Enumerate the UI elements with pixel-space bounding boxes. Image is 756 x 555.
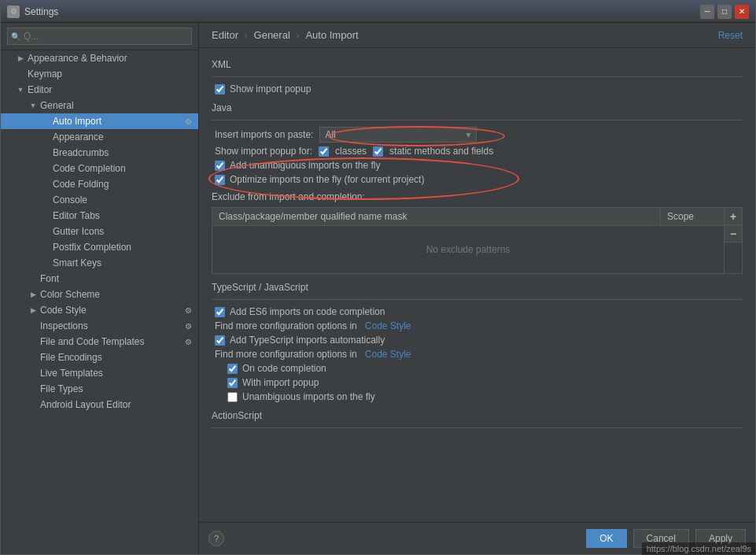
sidebar-item-code-completion[interactable]: Code Completion [1, 161, 198, 176]
panel-content: XML Show import popup Java Insert import… [199, 48, 755, 522]
optimize-imports-checkbox[interactable] [215, 175, 225, 185]
sidebar-item-keymap[interactable]: Keymap [1, 66, 198, 82]
breadcrumb-sep2: › [296, 29, 302, 41]
sidebar-item-file-types[interactable]: File Types [1, 381, 198, 397]
sidebar-item-label: File and Code Templates [40, 336, 145, 347]
sidebar-item-editor-tabs[interactable]: Editor Tabs [1, 208, 198, 224]
add-unambiguous-checkbox[interactable] [215, 161, 225, 171]
code-style-link-2[interactable]: Code Style [365, 349, 411, 360]
arrow-icon: ▼ [17, 86, 24, 94]
on-code-completion-label[interactable]: On code completion [242, 363, 326, 374]
sidebar-item-general[interactable]: ▼ General [1, 98, 198, 113]
sidebar-item-file-code-templates[interactable]: File and Code Templates ⚙ [1, 334, 198, 350]
sidebar-item-auto-import[interactable]: Auto Import ⚙ [1, 113, 198, 129]
settings-icon: ⚙ [185, 322, 192, 331]
classes-checkbox[interactable] [319, 146, 329, 157]
sidebar-item-inspections[interactable]: Inspections ⚙ [1, 318, 198, 334]
add-es6-label[interactable]: Add ES6 imports on code completion [230, 306, 385, 317]
arrow-icon: ▶ [29, 290, 37, 298]
xml-divider [212, 76, 743, 77]
sidebar-item-label: Code Folding [53, 179, 109, 190]
window-title: Settings [24, 6, 700, 17]
unambiguous-imports-label[interactable]: Unambiguous imports on the fly [242, 391, 375, 402]
search-input[interactable] [7, 28, 192, 45]
sidebar-item-live-templates[interactable]: Live Templates [1, 365, 198, 381]
insert-imports-select-wrapper: All Ask None ▼ [319, 127, 477, 142]
show-import-popup-label[interactable]: Show import popup [230, 83, 311, 94]
arrow-icon: ▶ [29, 306, 37, 314]
sidebar-item-label: Console [53, 194, 87, 205]
sidebar-item-label: Appearance [53, 131, 104, 142]
settings-icon: ⚙ [185, 117, 192, 126]
maximize-button[interactable]: □ [717, 5, 732, 19]
add-typescript-checkbox[interactable] [215, 335, 225, 346]
insert-imports-label: Insert imports on paste: [215, 129, 313, 140]
typescript-section-label: TypeScript / JavaScript [212, 282, 743, 293]
add-es6-checkbox[interactable] [215, 307, 225, 317]
breadcrumb-general: General [254, 29, 290, 41]
breadcrumb-auto-import: Auto Import [305, 29, 358, 41]
sidebar-item-postfix-completion[interactable]: Postfix Completion [1, 239, 198, 255]
show-import-popup-for-row: Show import popup for: classes static me… [212, 146, 743, 157]
insert-imports-select[interactable]: All Ask None [319, 127, 477, 142]
minimize-button[interactable]: ─ [700, 5, 714, 19]
show-import-popup-row: Show import popup [212, 83, 743, 94]
title-bar: ⚙ Settings ─ □ ✕ [1, 1, 755, 23]
sidebar-item-label: Code Style [40, 305, 87, 316]
sidebar-item-file-encodings[interactable]: File Encodings [1, 350, 198, 365]
code-style-link-1[interactable]: Code Style [365, 320, 411, 331]
sidebar-item-code-folding[interactable]: Code Folding [1, 176, 198, 192]
sidebar-item-editor[interactable]: ▼ Editor [1, 82, 198, 98]
sidebar-item-console[interactable]: Console [1, 192, 198, 208]
show-import-popup-for-label: Show import popup for: [215, 146, 312, 157]
sidebar-item-breadcrumbs[interactable]: Breadcrumbs [1, 145, 198, 161]
ok-button[interactable]: OK [586, 529, 626, 548]
sidebar-item-label: Color Scheme [40, 289, 100, 300]
find-more-1-row: Find more configuration options in Code … [212, 320, 743, 331]
insert-imports-row: Insert imports on paste: All Ask None ▼ [212, 127, 743, 142]
sidebar: 🔍 ▶ Appearance & Behavior Keymap ▼ Edito… [1, 23, 199, 554]
sidebar-item-android-layout-editor[interactable]: Android Layout Editor [1, 397, 198, 413]
sidebar-item-color-scheme[interactable]: ▶ Color Scheme [1, 287, 198, 302]
with-import-popup-label[interactable]: With import popup [242, 377, 319, 388]
on-code-completion-row: On code completion [212, 363, 743, 374]
search-box: 🔍 [1, 23, 198, 50]
reset-button[interactable]: Reset [718, 30, 743, 41]
remove-pattern-button[interactable]: − [725, 225, 742, 242]
breadcrumb-sep1: › [245, 29, 251, 41]
breadcrumb-editor: Editor [212, 29, 238, 41]
with-import-popup-checkbox[interactable] [227, 378, 238, 388]
col-scope: Scope [661, 208, 724, 225]
static-methods-checkbox[interactable] [373, 146, 383, 157]
add-unambiguous-label[interactable]: Add unambiguous imports on the fly [230, 160, 380, 171]
show-import-popup-checkbox[interactable] [215, 84, 225, 94]
watermark: https://blog.csdn.net/zeal9s [642, 542, 756, 555]
optimize-imports-row: Optimize imports on the fly (for current… [212, 174, 743, 185]
add-es6-row: Add ES6 imports on code completion [212, 306, 743, 317]
actionscript-divider [212, 427, 743, 428]
add-typescript-label[interactable]: Add TypeScript imports automatically [230, 335, 385, 346]
close-button[interactable]: ✕ [735, 5, 749, 19]
settings-window: ⚙ Settings ─ □ ✕ 🔍 ▶ Appearance & Behavi… [0, 0, 756, 555]
content-area: 🔍 ▶ Appearance & Behavior Keymap ▼ Edito… [1, 23, 755, 554]
sidebar-item-appearance-behavior[interactable]: ▶ Appearance & Behavior [1, 50, 198, 66]
static-methods-label[interactable]: static methods and fields [389, 146, 493, 157]
optimize-imports-label[interactable]: Optimize imports on the fly (for current… [230, 174, 424, 185]
sidebar-item-appearance[interactable]: Appearance [1, 129, 198, 145]
classes-label[interactable]: classes [335, 146, 367, 157]
insert-imports-container: Insert imports on paste: All Ask None ▼ [212, 127, 743, 142]
sidebar-item-smart-keys[interactable]: Smart Keys [1, 255, 198, 271]
xml-section-label: XML [212, 59, 743, 70]
sidebar-item-gutter-icons[interactable]: Gutter Icons [1, 224, 198, 239]
sidebar-item-font[interactable]: Font [1, 271, 198, 287]
unambiguous-imports-checkbox[interactable] [227, 392, 238, 402]
sidebar-item-label: Code Completion [53, 163, 126, 174]
find-more-2-text: Find more configuration options in [215, 349, 357, 360]
sidebar-item-code-style[interactable]: ▶ Code Style ⚙ [1, 302, 198, 318]
help-button[interactable]: ? [208, 531, 224, 546]
sidebar-item-label: Font [40, 273, 59, 284]
on-code-completion-checkbox[interactable] [227, 364, 238, 374]
sidebar-item-label: Editor Tabs [53, 210, 100, 221]
search-icon: 🔍 [11, 32, 20, 41]
add-pattern-button[interactable]: + [725, 208, 742, 225]
